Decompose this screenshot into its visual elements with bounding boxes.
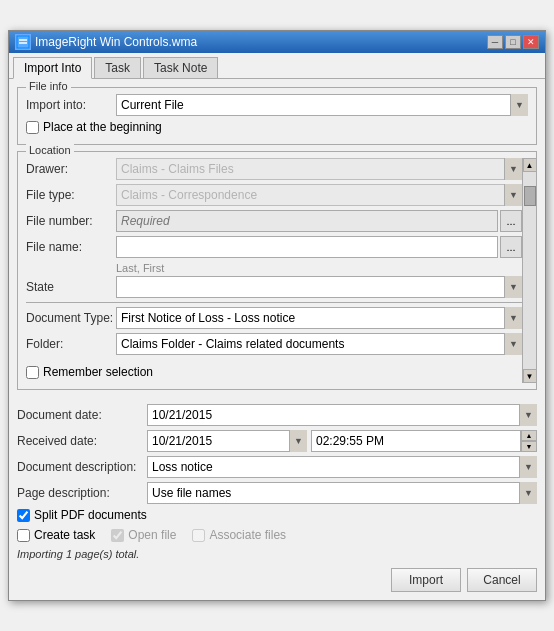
doc-desc-select[interactable]: Loss notice <box>147 456 537 478</box>
location-group: Location Drawer: Claims - Claims Files ▼ <box>17 151 537 390</box>
window-title: ImageRight Win Controls.wma <box>35 35 197 49</box>
import-button[interactable]: Import <box>391 568 461 592</box>
scroll-thumb[interactable] <box>524 186 536 206</box>
state-select-wrapper: ▼ <box>116 276 522 298</box>
tab-task-note[interactable]: Task Note <box>143 57 218 78</box>
folder-row: Folder: Claims Folder - Claims related d… <box>26 333 522 355</box>
status-text: Importing 1 page(s) total. <box>17 548 139 560</box>
folder-select-wrapper: Claims Folder - Claims related documents… <box>116 333 522 355</box>
doc-type-select[interactable]: First Notice of Loss - Loss notice <box>116 307 522 329</box>
doc-type-row: Document Type: First Notice of Loss - Lo… <box>26 307 522 329</box>
file-type-select-wrapper: Claims - Correspondence ▼ <box>116 184 522 206</box>
window-icon <box>15 34 31 50</box>
location-label: Location <box>26 144 74 156</box>
state-label: State <box>26 280 116 294</box>
file-name-hint: Last, First <box>116 262 522 274</box>
scroll-down-button[interactable]: ▼ <box>523 369 537 383</box>
main-window: ImageRight Win Controls.wma ─ □ ✕ Import… <box>8 30 546 601</box>
create-task-checkbox[interactable] <box>17 529 30 542</box>
associate-files-label: Associate files <box>209 528 286 542</box>
folder-label: Folder: <box>26 337 116 351</box>
file-name-input[interactable] <box>116 236 498 258</box>
status-bar: Importing 1 page(s) total. <box>9 544 545 564</box>
location-inner: Drawer: Claims - Claims Files ▼ File typ… <box>26 158 522 383</box>
location-scrollbar[interactable]: ▲ ▼ <box>522 158 536 383</box>
doc-date-select[interactable]: 10/21/2015 <box>147 404 537 426</box>
split-pdf-label: Split PDF documents <box>34 508 147 522</box>
drawer-row: Drawer: Claims - Claims Files ▼ <box>26 158 522 180</box>
received-date-select-wrapper: 10/21/2015 ▼ <box>147 430 307 452</box>
state-row: State ▼ <box>26 276 522 298</box>
bottom-section: Document date: 10/21/2015 ▼ Received dat… <box>9 404 545 544</box>
title-bar: ImageRight Win Controls.wma ─ □ ✕ <box>9 31 545 53</box>
page-desc-row: Page description: Use file names ▼ <box>17 482 537 504</box>
drawer-select-wrapper: Claims - Claims Files ▼ <box>116 158 522 180</box>
title-bar-left: ImageRight Win Controls.wma <box>15 34 197 50</box>
place-at-beginning-row: Place at the beginning <box>26 120 528 134</box>
file-number-row: File number: ... <box>26 210 522 232</box>
folder-select[interactable]: Claims Folder - Claims related documents <box>116 333 522 355</box>
file-name-label: File name: <box>26 240 116 254</box>
received-date-select[interactable]: 10/21/2015 <box>147 430 307 452</box>
state-select[interactable] <box>116 276 522 298</box>
associate-files-checkbox[interactable] <box>192 529 205 542</box>
doc-date-select-wrapper: 10/21/2015 ▼ <box>147 404 537 426</box>
split-pdf-row: Split PDF documents <box>17 508 537 522</box>
drawer-label: Drawer: <box>26 162 116 176</box>
remember-selection-checkbox[interactable] <box>26 366 39 379</box>
time-spinner: ▲ ▼ <box>521 430 537 452</box>
tab-import-into[interactable]: Import Into <box>13 57 92 79</box>
time-spin-up-button[interactable]: ▲ <box>521 430 537 441</box>
place-at-beginning-checkbox[interactable] <box>26 121 39 134</box>
close-button[interactable]: ✕ <box>523 35 539 49</box>
time-group: 02:29:55 PM ▲ ▼ <box>311 430 537 452</box>
page-desc-select-wrapper: Use file names ▼ <box>147 482 537 504</box>
split-pdf-checkbox[interactable] <box>17 509 30 522</box>
import-into-select[interactable]: Current File <box>116 94 528 116</box>
file-info-label: File info <box>26 80 71 92</box>
received-date-row: Received date: 10/21/2015 ▼ 02:29:55 PM … <box>17 430 537 452</box>
window-controls: ─ □ ✕ <box>487 35 539 49</box>
import-into-row: Import into: Current File ▼ <box>26 94 528 116</box>
file-type-select[interactable]: Claims - Correspondence <box>116 184 522 206</box>
associate-files-item: Associate files <box>192 528 286 542</box>
tab-task[interactable]: Task <box>94 57 141 78</box>
scroll-up-button[interactable]: ▲ <box>523 158 537 172</box>
file-name-row: File name: ... <box>26 236 522 258</box>
file-type-row: File type: Claims - Correspondence ▼ <box>26 184 522 206</box>
file-number-browse-button[interactable]: ... <box>500 210 522 232</box>
remember-selection-label: Remember selection <box>43 365 153 379</box>
page-desc-label: Page description: <box>17 486 147 500</box>
maximize-button[interactable]: □ <box>505 35 521 49</box>
open-file-item: Open file <box>111 528 176 542</box>
import-into-label: Import into: <box>26 98 116 112</box>
page-desc-select[interactable]: Use file names <box>147 482 537 504</box>
file-number-input[interactable] <box>116 210 498 232</box>
cancel-button[interactable]: Cancel <box>467 568 537 592</box>
tab-content: File info Import into: Current File ▼ Pl… <box>9 79 545 404</box>
doc-desc-label: Document description: <box>17 460 147 474</box>
bottom-buttons: Import Cancel <box>9 564 545 600</box>
divider-1 <box>26 302 522 303</box>
doc-date-row: Document date: 10/21/2015 ▼ <box>17 404 537 426</box>
tab-bar: Import Into Task Task Note <box>9 53 545 79</box>
create-task-label: Create task <box>34 528 95 542</box>
file-name-browse-button[interactable]: ... <box>500 236 522 258</box>
doc-desc-select-wrapper: Loss notice ▼ <box>147 456 537 478</box>
drawer-select[interactable]: Claims - Claims Files <box>116 158 522 180</box>
received-date-label: Received date: <box>17 434 147 448</box>
file-info-group: File info Import into: Current File ▼ Pl… <box>17 87 537 145</box>
remember-selection-row: Remember selection <box>26 365 522 379</box>
minimize-button[interactable]: ─ <box>487 35 503 49</box>
time-input[interactable]: 02:29:55 PM <box>311 430 521 452</box>
place-at-beginning-label: Place at the beginning <box>43 120 162 134</box>
bottom-checkboxes-row: Create task Open file Associate files <box>17 526 537 544</box>
open-file-checkbox[interactable] <box>111 529 124 542</box>
doc-date-label: Document date: <box>17 408 147 422</box>
file-number-label: File number: <box>26 214 116 228</box>
file-type-label: File type: <box>26 188 116 202</box>
doc-type-select-wrapper: First Notice of Loss - Loss notice ▼ <box>116 307 522 329</box>
doc-desc-row: Document description: Loss notice ▼ <box>17 456 537 478</box>
doc-type-label: Document Type: <box>26 311 116 325</box>
time-spin-down-button[interactable]: ▼ <box>521 441 537 452</box>
